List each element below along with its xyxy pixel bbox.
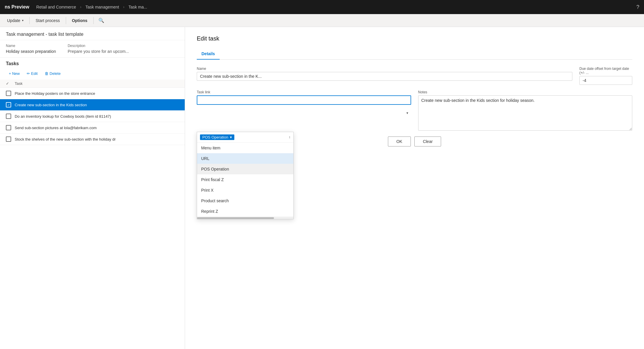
dropdown-item-label: Menu item bbox=[201, 146, 220, 150]
main-content: Task management - task list template Nam… bbox=[0, 27, 644, 349]
dropdown-item-label: Product search bbox=[201, 198, 229, 203]
task-list: ✓ Task Place the Holiday posters on the … bbox=[0, 80, 185, 349]
right-panel: Edit task Details Name Due date offset f… bbox=[185, 27, 644, 349]
task-checkbox-3[interactable] bbox=[6, 114, 11, 119]
toolbar-sep-2 bbox=[66, 17, 66, 24]
fields-row: Name Holiday season preparation Descript… bbox=[0, 40, 185, 58]
task-name-5: Stock the shelves of the new sub-section… bbox=[15, 137, 116, 141]
due-date-input[interactable] bbox=[579, 76, 632, 85]
dropdown-item-label: URL bbox=[201, 156, 209, 161]
left-panel: Task management - task list template Nam… bbox=[0, 27, 185, 349]
name-label: Name bbox=[6, 44, 56, 48]
dropdown-item-print-fiscal-z[interactable]: Print fiscal Z bbox=[197, 174, 293, 185]
update-button[interactable]: Update ▾ bbox=[4, 16, 27, 25]
dropdown-item-print-x[interactable]: Print X bbox=[197, 185, 293, 195]
toolbar-sep-3 bbox=[93, 17, 94, 24]
dropdown-list: Menu item URL POS Operation Print fiscal… bbox=[197, 143, 293, 217]
dropdown-item-label: POS Operation bbox=[201, 167, 229, 171]
dropdown-scroll-bar[interactable] bbox=[197, 217, 293, 219]
page-header: Task management - task list template bbox=[0, 27, 185, 40]
task-link-select[interactable] bbox=[197, 95, 411, 105]
task-name-4: Send sub-section pictures at lola@fabrik… bbox=[15, 126, 97, 130]
task-checkbox-4[interactable] bbox=[6, 125, 11, 130]
dropdown-item-label: Print X bbox=[201, 188, 213, 193]
tasks-section: Tasks + New ✏ Edit 🗑 Delete ✓ Task bbox=[0, 58, 185, 349]
dropdown-item-pos-operation[interactable]: POS Operation bbox=[197, 164, 293, 174]
notes-label: Notes bbox=[418, 90, 633, 94]
update-dropdown[interactable]: Update ▾ bbox=[4, 16, 27, 25]
notes-form-group: Notes Create new sub-section in the Kids… bbox=[418, 90, 633, 131]
tasks-header: Tasks bbox=[0, 58, 185, 69]
due-date-label: Due date offset from target date (+/- ..… bbox=[579, 67, 632, 75]
edit-button[interactable]: ✏ Edit bbox=[24, 70, 41, 77]
top-nav: ns Preview Retail and Commerce › Task ma… bbox=[0, 0, 644, 14]
dropdown-up-arrow-icon[interactable]: ↑ bbox=[289, 135, 290, 139]
tasks-toolbar: + New ✏ Edit 🗑 Delete bbox=[0, 69, 185, 80]
task-checkbox-5[interactable] bbox=[6, 136, 11, 142]
task-row-3[interactable]: Do an inventory lookup for Cowboy boots … bbox=[0, 111, 185, 122]
task-link-form-group: Task link ▾ POS Operation bbox=[197, 90, 411, 131]
dropdown-item-url[interactable]: URL bbox=[197, 153, 293, 164]
tabs: Details bbox=[197, 49, 632, 60]
breadcrumb-task-ma[interactable]: Task ma... bbox=[128, 5, 147, 9]
tab-details[interactable]: Details bbox=[197, 49, 220, 60]
app-name: ns Preview bbox=[5, 4, 29, 10]
toolbar-sep-1 bbox=[29, 17, 30, 24]
task-link-wrapper: ▾ POS Operation ▾ ↑ bbox=[197, 95, 411, 131]
name-input[interactable] bbox=[197, 72, 572, 81]
breadcrumb-retail[interactable]: Retail and Commerce bbox=[36, 5, 76, 9]
breadcrumb-task-mgmt[interactable]: Task management bbox=[85, 5, 119, 9]
task-name-3: Do an inventory lookup for Cowboy boots … bbox=[15, 114, 111, 119]
dropdown-item-product-search[interactable]: Product search bbox=[197, 195, 293, 206]
dropdown-item-menu-item[interactable]: Menu item bbox=[197, 143, 293, 153]
task-link-chevron-icon: ▾ bbox=[406, 111, 408, 115]
task-link-label: Task link bbox=[197, 90, 411, 94]
name-row: Name Due date offset from target date (+… bbox=[197, 67, 632, 85]
task-name-1: Place the Holiday posters on the store e… bbox=[15, 91, 95, 96]
start-process-label: Start process bbox=[36, 18, 60, 23]
options-button[interactable]: Options bbox=[68, 16, 91, 25]
dropdown-item-reprint-z[interactable]: Reprint Z bbox=[197, 206, 293, 217]
name-value: Holiday season preparation bbox=[6, 49, 56, 54]
breadcrumb-sep-2: › bbox=[123, 5, 124, 9]
help-icon[interactable]: ? bbox=[636, 4, 639, 10]
task-check-col: ✓ bbox=[6, 81, 15, 86]
description-field-group: Description Prepare you store for an upc… bbox=[68, 44, 129, 54]
clear-button[interactable]: Clear bbox=[414, 136, 441, 146]
options-label: Options bbox=[72, 18, 88, 23]
task-name-2: Create new sub-section in the Kids secti… bbox=[15, 103, 87, 107]
edit-task-title: Edit task bbox=[197, 35, 632, 42]
task-row-4[interactable]: Send sub-section pictures at lola@fabrik… bbox=[0, 122, 185, 134]
task-checkbox-2[interactable]: ✓ bbox=[6, 102, 11, 107]
delete-button[interactable]: 🗑 Delete bbox=[42, 70, 63, 77]
name-form-label: Name bbox=[197, 67, 572, 71]
dropdown-selected-tag[interactable]: POS Operation ▾ bbox=[200, 134, 234, 140]
breadcrumb-sep-1: › bbox=[80, 5, 81, 9]
check-icon: ✓ bbox=[6, 81, 9, 86]
ok-button[interactable]: OK bbox=[388, 136, 411, 146]
start-process-button[interactable]: Start process bbox=[32, 16, 63, 25]
name-field-group: Name Holiday season preparation bbox=[6, 44, 56, 54]
dropdown-scroll-thumb bbox=[197, 217, 274, 219]
task-row-5[interactable]: Stock the shelves of the new sub-section… bbox=[0, 134, 185, 145]
new-button[interactable]: + New bbox=[6, 70, 23, 77]
search-icon[interactable]: 🔍 bbox=[98, 18, 104, 23]
page-title: Task management - task list template bbox=[6, 32, 179, 37]
task-list-header: ✓ Task bbox=[0, 80, 185, 88]
task-checkbox-1[interactable] bbox=[6, 91, 11, 96]
task-link-row: Task link ▾ POS Operation bbox=[197, 90, 632, 131]
description-value: Prepare you store for an upcom... bbox=[68, 49, 129, 54]
task-row[interactable]: Place the Holiday posters on the store e… bbox=[0, 88, 185, 99]
task-link-dropdown-popup: POS Operation ▾ ↑ Menu item bbox=[197, 132, 294, 219]
update-label: Update bbox=[7, 18, 20, 23]
update-chevron: ▾ bbox=[22, 19, 23, 22]
task-col-header: Task bbox=[15, 81, 179, 86]
due-date-form-group: Due date offset from target date (+/- ..… bbox=[579, 67, 632, 85]
notes-textarea[interactable]: Create new sub-section in the Kids secti… bbox=[418, 95, 633, 131]
toolbar: Update ▾ Start process Options 🔍 bbox=[0, 14, 644, 27]
task-row-selected[interactable]: ✓ Create new sub-section in the Kids sec… bbox=[0, 99, 185, 111]
dropdown-search-row: POS Operation ▾ ↑ bbox=[197, 132, 293, 143]
dropdown-selected-label: POS Operation bbox=[202, 135, 228, 139]
dropdown-item-label: Reprint Z bbox=[201, 209, 218, 214]
dropdown-chevron-icon: ▾ bbox=[230, 135, 232, 139]
